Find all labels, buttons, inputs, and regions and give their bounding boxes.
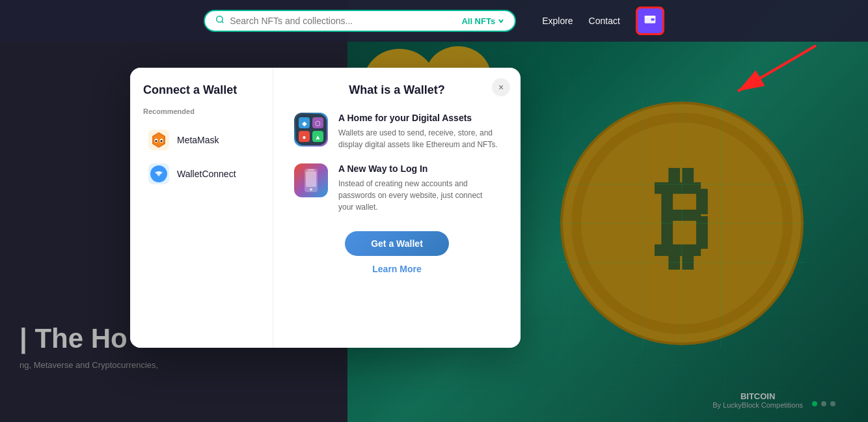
what-is-wallet-title: What is a Wallet? [294, 83, 500, 97]
digital-assets-heading: A Home for your Digital Assets [338, 113, 500, 123]
digital-assets-section: ◆ ⬡ ● ▲ A Home for your Digital Assets W… [294, 113, 500, 150]
digital-assets-text: Wallets are used to send, receive, store… [338, 127, 500, 150]
metamask-option[interactable]: MetaMask [135, 123, 267, 157]
svg-point-47 [310, 188, 312, 191]
metamask-icon [148, 130, 169, 150]
wallet-icon [644, 13, 657, 29]
svg-rect-46 [306, 171, 316, 187]
svg-text:⬡: ⬡ [315, 120, 321, 127]
get-wallet-button[interactable]: Get a Wallet [345, 231, 449, 256]
login-heading: A New Way to Log In [338, 163, 500, 174]
digital-assets-content: A Home for your Digital Assets Wallets a… [338, 113, 500, 150]
digital-assets-icon: ◆ ⬡ ● ▲ [294, 113, 328, 147]
svg-point-20 [217, 16, 223, 22]
search-bar[interactable]: All NFTs [204, 10, 516, 32]
login-text: Instead of creating new accounts and pas… [338, 178, 500, 213]
search-input[interactable] [230, 16, 456, 26]
wallet-list-panel: Connect a Wallet Recommended MetaMas [130, 68, 273, 348]
wallet-info-panel: × What is a Wallet? ◆ ⬡ ● ▲ [273, 68, 521, 348]
login-section: A New Way to Log In Instead of creating … [294, 163, 500, 213]
walletconnect-icon [148, 163, 169, 184]
recommended-label: Recommended [130, 107, 273, 123]
walletconnect-option[interactable]: WalletConnect [135, 157, 267, 191]
login-icon [294, 163, 328, 197]
learn-more-link[interactable]: Learn More [294, 264, 500, 274]
modal-actions: Get a Wallet Learn More [294, 231, 500, 274]
metamask-name: MetaMask [177, 135, 219, 145]
walletconnect-name: WalletConnect [177, 169, 236, 179]
svg-text:◆: ◆ [302, 120, 307, 127]
chevron-down-icon [498, 18, 504, 24]
svg-text:●: ● [302, 134, 306, 141]
navbar: All NFTs Explore Contact [0, 0, 868, 42]
wallet-button[interactable] [636, 7, 664, 35]
all-nfts-dropdown[interactable]: All NFTs [461, 16, 504, 26]
connect-wallet-modal: Connect a Wallet Recommended MetaMas [130, 68, 521, 348]
close-button[interactable]: × [492, 78, 510, 96]
modal-title: Connect a Wallet [130, 83, 273, 107]
svg-point-32 [161, 140, 163, 142]
modal-overlay: Connect a Wallet Recommended MetaMas [0, 42, 868, 422]
svg-line-21 [222, 21, 224, 23]
svg-rect-23 [651, 18, 655, 20]
nav-links: Explore Contact [542, 7, 664, 35]
search-icon [215, 15, 224, 27]
contact-link[interactable]: Contact [589, 16, 620, 26]
svg-rect-24 [645, 16, 656, 18]
svg-point-31 [156, 140, 157, 142]
svg-text:▲: ▲ [315, 134, 321, 141]
explore-link[interactable]: Explore [542, 16, 573, 26]
login-content: A New Way to Log In Instead of creating … [338, 163, 500, 213]
